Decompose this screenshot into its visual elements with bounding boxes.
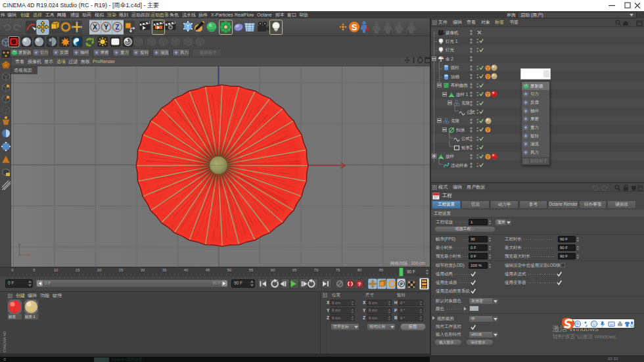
svg-text:S: S — [352, 22, 357, 32]
svg-text:?: ? — [358, 281, 361, 287]
svg-text:Y: Y — [104, 23, 108, 31]
svg-text:Z: Z — [115, 23, 120, 31]
svg-text:P: P — [400, 282, 403, 286]
svg-text:X: X — [93, 23, 97, 31]
svg-text:中: 中 — [576, 322, 580, 327]
